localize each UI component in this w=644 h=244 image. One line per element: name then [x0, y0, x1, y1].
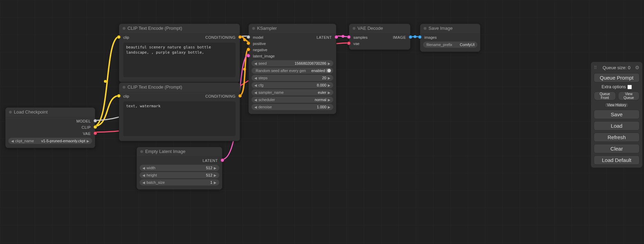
arrow-right-icon[interactable]: ▶: [327, 83, 331, 87]
arrow-right-icon[interactable]: ▶: [327, 91, 331, 94]
widget-value: 20: [322, 76, 326, 80]
queue-size-label: Queue size: 0: [602, 65, 630, 70]
widget-height[interactable]: ◀height512▶: [140, 172, 219, 178]
arrow-right-icon[interactable]: ▶: [86, 139, 90, 143]
refresh-button[interactable]: Refresh: [594, 133, 639, 142]
node-title-text: Save Image: [429, 26, 452, 31]
widget-sampler-name[interactable]: ◀sampler_nameeuler▶: [252, 89, 333, 96]
collapse-dot-icon[interactable]: [353, 27, 355, 30]
node-title[interactable]: KSampler: [249, 24, 336, 33]
port-clip[interactable]: [94, 125, 97, 129]
widget-denoise[interactable]: ◀denoise1.000▶: [252, 104, 333, 110]
node-ksampler[interactable]: KSampler modelLATENT positive negative l…: [248, 24, 336, 114]
arrow-left-icon[interactable]: ◀: [254, 98, 258, 102]
view-queue-button[interactable]: View Queue: [618, 91, 639, 100]
prompt-textarea[interactable]: beautiful scenery nature glass bottle la…: [123, 43, 236, 77]
widget-label: scheduler: [258, 98, 275, 102]
arrow-left-icon[interactable]: ◀: [254, 83, 258, 87]
output-label-latent: LATENT: [203, 159, 218, 163]
output-label-vae: VAE: [83, 132, 91, 136]
arrow-left-icon[interactable]: ◀: [254, 91, 258, 94]
widget-steps[interactable]: ◀steps20▶: [252, 75, 333, 81]
widget-label: width: [147, 166, 156, 170]
port-latent-image-in[interactable]: [247, 54, 250, 57]
port-vae[interactable]: [94, 132, 97, 135]
arrow-left-icon[interactable]: ◀: [254, 76, 258, 80]
port-image-out[interactable]: [409, 35, 412, 39]
node-empty-latent[interactable]: Empty Latent Image LATENT ◀width512▶ ◀he…: [136, 147, 222, 190]
node-title[interactable]: CLIP Text Encode (Prompt): [119, 83, 240, 92]
prompt-textarea[interactable]: text, watermark: [123, 101, 236, 136]
input-label-negative: negative: [253, 48, 267, 52]
load-button[interactable]: Load: [594, 121, 639, 130]
arrow-right-icon[interactable]: ▶: [327, 105, 331, 109]
widget-label: sampler_name: [258, 90, 284, 94]
port-conditioning-out[interactable]: [238, 94, 242, 98]
widget-random-seed-toggle[interactable]: Random seed after every genenabled: [252, 67, 333, 74]
arrow-right-icon[interactable]: ▶: [327, 98, 331, 102]
node-title[interactable]: VAE Decode: [349, 24, 410, 33]
node-clip-negative[interactable]: CLIP Text Encode (Prompt) clip CONDITION…: [119, 82, 240, 141]
arrow-left-icon[interactable]: ◀: [142, 181, 146, 184]
node-clip-positive[interactable]: CLIP Text Encode (Prompt) clip CONDITION…: [119, 24, 240, 82]
node-title[interactable]: CLIP Text Encode (Prompt): [119, 24, 240, 33]
widget-width[interactable]: ◀width512▶: [140, 165, 219, 171]
node-title-text: VAE Decode: [358, 26, 383, 31]
node-vae-decode[interactable]: VAE Decode samplesIMAGE vae: [349, 24, 411, 50]
widget-seed[interactable]: ◀seed156680208700286▶: [252, 60, 333, 66]
port-clip-in[interactable]: [117, 35, 121, 39]
widget-label: batch_size: [147, 180, 165, 184]
port-positive-in[interactable]: [247, 42, 250, 45]
arrow-left-icon[interactable]: ◀: [254, 62, 258, 65]
arrow-right-icon[interactable]: ▶: [213, 181, 217, 184]
view-history-button[interactable]: View History: [605, 102, 628, 108]
input-label-clip: clip: [123, 35, 129, 39]
widget-value: 1: [210, 180, 212, 184]
widget-batch-size[interactable]: ◀batch_size1▶: [140, 179, 219, 186]
collapse-dot-icon[interactable]: [123, 27, 125, 30]
port-negative-in[interactable]: [247, 48, 250, 51]
control-panel[interactable]: ⠿ Queue size: 0 ⚙ Queue Prompt Extra opt…: [591, 62, 643, 168]
port-model-in[interactable]: [247, 35, 250, 39]
port-vae-in[interactable]: [347, 42, 351, 45]
port-images-in[interactable]: [418, 35, 422, 39]
clear-button[interactable]: Clear: [594, 144, 639, 153]
port-model[interactable]: [94, 119, 97, 123]
arrow-right-icon[interactable]: ▶: [327, 76, 331, 80]
node-title[interactable]: Save Image: [420, 24, 480, 33]
node-title[interactable]: Empty Latent Image: [137, 147, 222, 156]
arrow-left-icon[interactable]: ◀: [142, 173, 146, 177]
load-default-button[interactable]: Load Default: [594, 155, 639, 165]
node-save-image[interactable]: Save Image images filename_prefix ComfyU…: [420, 24, 480, 52]
drag-handle-icon[interactable]: ⠿: [594, 65, 598, 70]
extra-options-checkbox[interactable]: [627, 85, 632, 89]
port-latent-out[interactable]: [335, 35, 338, 39]
widget-cfg[interactable]: ◀cfg8.000▶: [252, 82, 333, 88]
port-samples-in[interactable]: [347, 35, 351, 39]
arrow-right-icon[interactable]: ▶: [213, 173, 217, 177]
arrow-left-icon[interactable]: ◀: [10, 139, 15, 143]
port-clip-in[interactable]: [117, 94, 121, 98]
port-conditioning-out[interactable]: [238, 35, 242, 39]
gear-icon[interactable]: ⚙: [635, 65, 639, 70]
save-button[interactable]: Save: [594, 110, 639, 119]
arrow-right-icon[interactable]: ▶: [213, 166, 217, 170]
collapse-dot-icon[interactable]: [9, 111, 12, 114]
toggle-icon[interactable]: [326, 69, 331, 73]
widget-filename-prefix[interactable]: filename_prefix ComfyUI: [423, 42, 477, 48]
widget-ckpt-name[interactable]: ◀ ckpt_name v1-5-pruned-emaonly.ckpt ▶: [8, 138, 92, 144]
collapse-dot-icon[interactable]: [424, 27, 426, 30]
collapse-dot-icon[interactable]: [140, 150, 143, 153]
node-title[interactable]: Load Checkpoint: [6, 108, 95, 117]
queue-prompt-button[interactable]: Queue Prompt: [594, 73, 639, 82]
collapse-dot-icon[interactable]: [252, 27, 255, 30]
queue-front-button[interactable]: Queue Front: [594, 91, 616, 100]
widget-scheduler[interactable]: ◀schedulernormal▶: [252, 97, 333, 103]
arrow-left-icon[interactable]: ◀: [254, 105, 258, 109]
collapse-dot-icon[interactable]: [123, 86, 125, 89]
port-latent-out[interactable]: [221, 159, 224, 162]
arrow-right-icon[interactable]: ▶: [327, 62, 331, 65]
arrow-left-icon[interactable]: ◀: [142, 166, 146, 170]
node-load-checkpoint[interactable]: Load Checkpoint MODEL CLIP VAE ◀ ckpt_na…: [5, 107, 95, 148]
widget-label: Random seed after every gen: [256, 69, 306, 73]
